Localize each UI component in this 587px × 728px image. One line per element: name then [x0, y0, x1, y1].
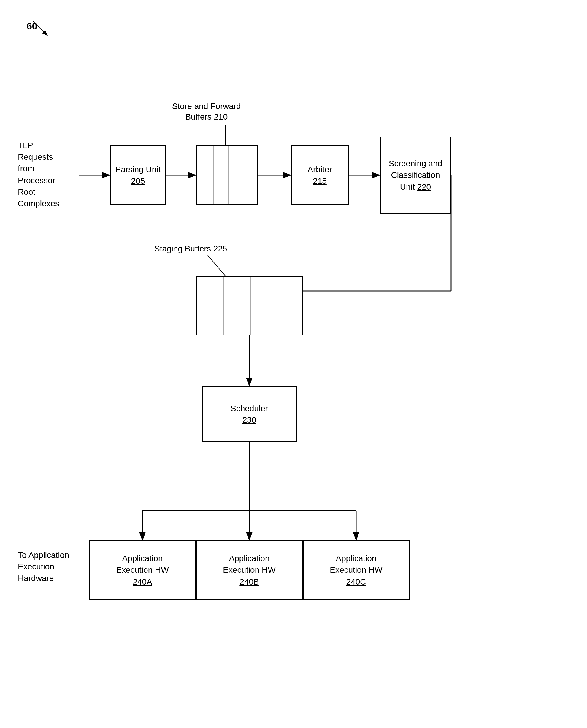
- store-forward-callout: [0, 0, 587, 149]
- scheduler-label: Scheduler230: [231, 403, 268, 426]
- app-hw-c-box: ApplicationExecution HW240C: [303, 540, 409, 600]
- svg-line-18: [208, 255, 226, 276]
- app-hw-b-box: ApplicationExecution HW240B: [196, 540, 303, 600]
- staging-buffer-box: [196, 276, 303, 336]
- screening-label: Screening andClassificationUnit 220: [389, 158, 443, 193]
- app-hw-a-box: ApplicationExecution HW240A: [89, 540, 196, 600]
- staging-callout: [0, 244, 267, 279]
- store-forward-buffer-box: [196, 145, 258, 205]
- to-app-hardware-label: To ApplicationExecutionHardware: [18, 549, 69, 584]
- diagram: 60 TLPRequestsfromProcessorRootComplexes…: [0, 0, 587, 728]
- app-hw-a-label: ApplicationExecution HW240A: [116, 552, 169, 588]
- app-hw-c-label: ApplicationExecution HW240C: [330, 552, 382, 588]
- arbiter-box: Arbiter215: [291, 145, 349, 205]
- scheduler-box: Scheduler230: [202, 386, 297, 442]
- parsing-unit-label: Parsing Unit205: [115, 164, 161, 187]
- tlp-requests-label: TLPRequestsfromProcessorRootComplexes: [18, 139, 60, 209]
- parsing-unit-box: Parsing Unit205: [110, 145, 166, 205]
- app-hw-b-label: ApplicationExecution HW240B: [223, 552, 275, 588]
- screening-box: Screening andClassificationUnit 220: [380, 137, 451, 214]
- arbiter-label: Arbiter215: [307, 164, 332, 187]
